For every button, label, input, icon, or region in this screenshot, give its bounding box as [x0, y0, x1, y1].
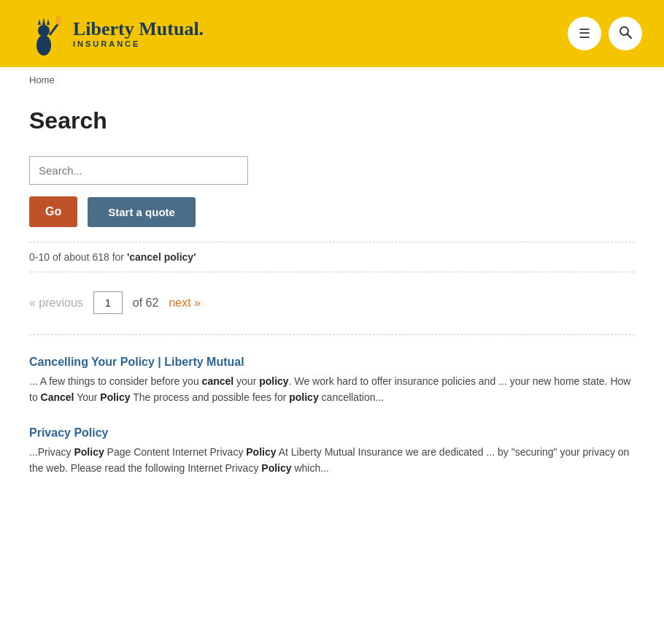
- svg-line-5: [50, 23, 58, 35]
- page-title: Search: [29, 107, 635, 134]
- logo-text: Liberty Mutual. INSURANCE: [73, 19, 204, 49]
- results-query: 'cancel policy': [127, 251, 196, 263]
- svg-marker-3: [42, 18, 45, 25]
- search-button[interactable]: [609, 17, 642, 50]
- result-title-1[interactable]: Cancelling Your Policy | Liberty Mutual: [29, 356, 244, 369]
- search-icon: [618, 25, 633, 43]
- quote-button[interactable]: Start a quote: [88, 197, 196, 227]
- result-item: Privacy Policy ...Privacy Policy Page Co…: [29, 426, 635, 477]
- page-number-input[interactable]: 1: [93, 291, 123, 314]
- results-summary: 0-10 of about 618 for 'cancel policy': [29, 242, 635, 272]
- logo-sub: INSURANCE: [73, 39, 204, 48]
- result-snippet-2: ...Privacy Policy Page Content Internet …: [29, 444, 635, 477]
- svg-point-6: [55, 16, 61, 25]
- next-button[interactable]: next »: [169, 296, 201, 310]
- breadcrumb: Home: [0, 67, 664, 93]
- results-count-text: 0-10 of about 618 for: [29, 251, 127, 263]
- header-icons: ☰: [568, 17, 642, 50]
- breadcrumb-home[interactable]: Home: [29, 74, 55, 85]
- svg-point-0: [36, 35, 51, 55]
- site-header: Liberty Mutual. INSURANCE ☰: [0, 0, 664, 67]
- menu-button[interactable]: ☰: [568, 17, 601, 50]
- search-form: cancel policy Go Start a quote: [29, 156, 635, 227]
- svg-marker-4: [47, 19, 50, 25]
- svg-marker-2: [38, 19, 41, 25]
- logo-name: Liberty Mutual.: [73, 19, 204, 40]
- result-snippet-1: ... A few things to consider before you …: [29, 373, 635, 406]
- svg-line-8: [628, 34, 632, 38]
- search-buttons: Go Start a quote: [29, 196, 635, 227]
- result-item: Cancelling Your Policy | Liberty Mutual …: [29, 356, 635, 406]
- pagination: « previous 1 of 62 next »: [29, 284, 635, 335]
- previous-button: « previous: [29, 296, 83, 310]
- result-title-2[interactable]: Privacy Policy: [29, 426, 109, 440]
- menu-icon: ☰: [579, 26, 590, 42]
- page-of-label: of 62: [133, 296, 159, 310]
- logo-icon: [22, 9, 66, 58]
- svg-point-1: [38, 25, 50, 37]
- go-button[interactable]: Go: [29, 196, 77, 227]
- logo-area: Liberty Mutual. INSURANCE: [22, 9, 204, 58]
- main-content: Search cancel policy Go Start a quote 0-…: [0, 93, 664, 526]
- search-results: Cancelling Your Policy | Liberty Mutual …: [29, 356, 635, 477]
- search-input[interactable]: cancel policy: [29, 156, 248, 185]
